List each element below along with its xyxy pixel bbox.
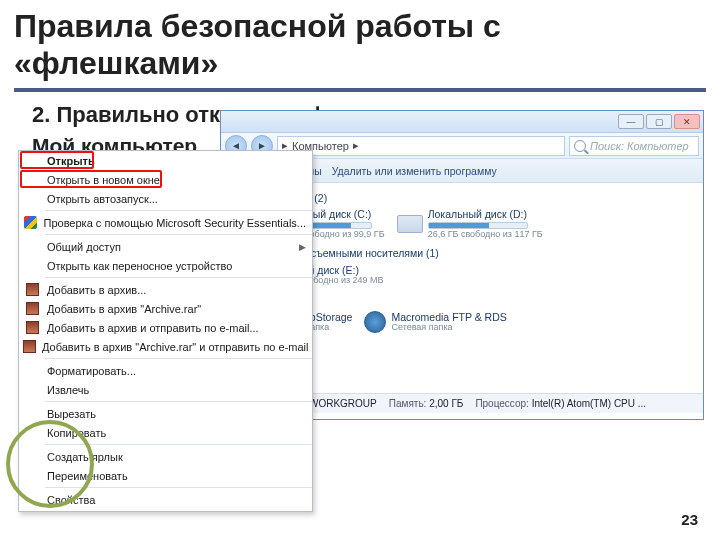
ctx-autoplay[interactable]: Открыть автозапуск... [19, 189, 312, 208]
close-button[interactable]: ✕ [674, 114, 700, 129]
slide-title: Правила безопасной работы с «флешками» [14, 8, 706, 92]
shield-icon [23, 215, 38, 231]
rar-icon [23, 339, 36, 355]
separator [45, 210, 312, 211]
ctx-open-new-window[interactable]: Открыть в новом окне [19, 170, 312, 189]
rar-icon [23, 282, 41, 298]
separator [45, 358, 312, 359]
ctx-add-archive[interactable]: Добавить в архив... [19, 280, 312, 299]
window-titlebar: — ▢ ✕ [221, 111, 703, 133]
ctx-security-scan[interactable]: Проверка с помощью Microsoft Security Es… [19, 213, 312, 232]
separator [45, 234, 312, 235]
decorative-circle [6, 420, 94, 508]
separator [45, 277, 312, 278]
drive-d[interactable]: Локальный диск (D:) 26,6 ГБ свободно из … [397, 209, 543, 239]
breadcrumb[interactable]: ▸ Компьютер ▸ [277, 136, 565, 156]
maximize-button[interactable]: ▢ [646, 114, 672, 129]
hdd-icon [397, 215, 423, 233]
ctx-eject[interactable]: Извлечь [19, 380, 312, 399]
globe-icon [364, 311, 386, 333]
ctx-share[interactable]: Общий доступ▶ [19, 237, 312, 256]
ctx-email-archive[interactable]: Добавить в архив и отправить по e-mail..… [19, 318, 312, 337]
minimize-button[interactable]: — [618, 114, 644, 129]
search-input[interactable]: Поиск: Компьютер [569, 136, 699, 156]
ctx-portable[interactable]: Открыть как переносное устройство [19, 256, 312, 275]
search-placeholder: Поиск: Компьютер [590, 140, 689, 152]
capacity-bar [428, 222, 528, 229]
chevron-right-icon: ▸ [353, 139, 359, 152]
rar-icon [23, 301, 41, 317]
page-number: 23 [681, 511, 698, 528]
chevron-right-icon: ▶ [299, 242, 306, 252]
drive-ftp[interactable]: Macromedia FTP & RDS Сетевая папка [364, 311, 506, 333]
separator [45, 401, 312, 402]
toolbar-uninstall[interactable]: Удалить или изменить программу [332, 165, 497, 177]
rar-icon [23, 320, 41, 336]
ctx-format[interactable]: Форматировать... [19, 361, 312, 380]
ctx-email-rar[interactable]: Добавить в архив "Archive.rar" и отправи… [19, 337, 312, 356]
search-icon [574, 140, 586, 152]
ctx-add-rar[interactable]: Добавить в архив "Archive.rar" [19, 299, 312, 318]
ctx-cut[interactable]: Вырезать [19, 404, 312, 423]
ctx-open[interactable]: Открыть [19, 151, 312, 170]
